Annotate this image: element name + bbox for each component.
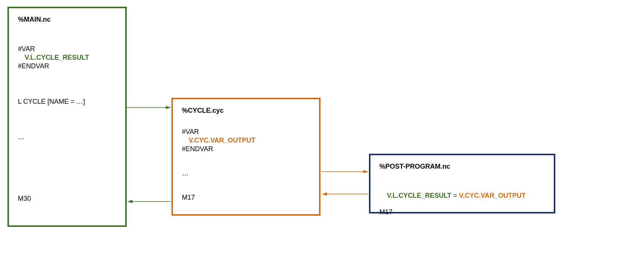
post-assign: V.L.CYCLE_RESULT = V.CYC.VAR_OUTPUT <box>379 184 545 207</box>
post-assign-left: V.L.CYCLE_RESULT <box>387 192 451 199</box>
main-end: M30 <box>18 195 116 203</box>
main-dots: … <box>18 133 116 141</box>
main-title: %MAIN.nc <box>18 16 116 24</box>
cycle-var-close: #ENDVAR <box>182 145 310 153</box>
main-box: %MAIN.nc #VAR V.L.CYCLE_RESULT #ENDVAR L… <box>7 7 127 227</box>
cycle-var-decl: V.CYC.VAR_OUTPUT <box>182 137 310 144</box>
main-call: L CYCLE [NAME = …] <box>18 98 116 106</box>
main-var-close: #ENDVAR <box>18 62 116 70</box>
post-box: %POST-PROGRAM.nc V.L.CYCLE_RESULT = V.CY… <box>369 154 555 213</box>
post-title: %POST-PROGRAM.nc <box>379 163 545 171</box>
post-assign-eq: = <box>451 192 459 199</box>
post-assign-right: V.CYC.VAR_OUTPUT <box>459 192 526 199</box>
cycle-title: %CYCLE.cyc <box>182 107 310 115</box>
cycle-box: %CYCLE.cyc #VAR V.CYC.VAR_OUTPUT #ENDVAR… <box>171 98 321 216</box>
main-var-decl: V.L.CYCLE_RESULT <box>18 54 116 62</box>
cycle-var-open: #VAR <box>182 128 310 136</box>
main-var-open: #VAR <box>18 45 116 53</box>
cycle-dots: … <box>182 169 310 177</box>
post-end: M17 <box>379 208 545 216</box>
cycle-end: M17 <box>182 194 310 202</box>
